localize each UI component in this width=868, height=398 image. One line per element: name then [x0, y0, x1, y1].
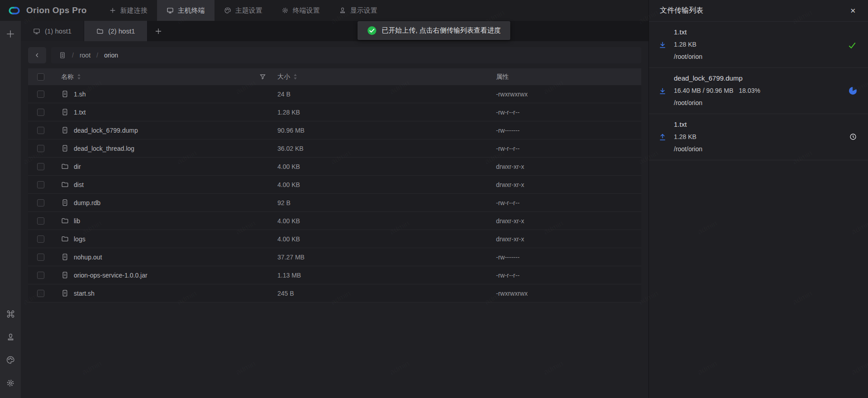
app-logo-icon: [7, 4, 21, 18]
file-attr: -rw-r--r--: [487, 199, 641, 206]
monitor-icon: [33, 28, 40, 35]
table-row[interactable]: nohup.out 37.27 MB -rw-------: [28, 248, 641, 266]
breadcrumb-segment-root[interactable]: root: [80, 52, 91, 59]
storage-icon: [59, 52, 66, 59]
file-size: 36.02 KB: [268, 145, 487, 152]
sort-carets-icon[interactable]: [293, 73, 297, 80]
file-attr: -rwxrwxrwx: [487, 91, 641, 98]
row-checkbox[interactable]: [37, 145, 44, 152]
close-icon[interactable]: ✕: [850, 7, 856, 14]
file-size: 245 B: [268, 290, 487, 297]
chevron-left-icon: [33, 52, 41, 59]
nav-item-label: 主机终端: [178, 6, 205, 15]
file-size: 24 B: [268, 91, 487, 98]
file-size: 1.28 KB: [268, 109, 487, 116]
nav-item-theme-settings[interactable]: 主题设置: [215, 0, 272, 21]
nav-item-terminal-settings[interactable]: 终端设置: [272, 0, 329, 21]
transfer-status: [849, 87, 857, 95]
plus-icon: [109, 7, 116, 14]
transfer-path: /root/orion: [674, 144, 845, 154]
file-icon: [61, 253, 69, 261]
table-row[interactable]: orion-ops-service-1.0.0.jar 1.13 MB -rw-…: [28, 266, 641, 284]
table-row[interactable]: logs 4.00 KB drwxr-xr-x: [28, 230, 641, 248]
folder-icon: [61, 217, 69, 225]
upload-toast: 已开始上传, 点击右侧传输列表查看进度: [358, 21, 510, 40]
select-all-checkbox[interactable]: [37, 73, 44, 81]
table-row[interactable]: lib 4.00 KB drwxr-xr-x: [28, 212, 641, 230]
sidebar-display-settings-button[interactable]: [4, 330, 17, 344]
sidebar-shortcut-button[interactable]: [4, 307, 17, 321]
table-row[interactable]: 1.sh 24 B -rwxrwxrwx: [28, 85, 641, 103]
row-checkbox[interactable]: [37, 181, 44, 188]
row-checkbox[interactable]: [37, 217, 44, 225]
row-checkbox[interactable]: [37, 235, 44, 243]
progress-pie-icon: [849, 87, 857, 95]
body-row: (1) host1 (2) host1: [0, 21, 649, 398]
folder-icon: [96, 28, 104, 35]
column-header-size[interactable]: 大小: [268, 73, 487, 81]
palette-icon: [224, 7, 231, 14]
table-row[interactable]: dead_lock_thread.log 36.02 KB -rw-r--r--: [28, 139, 641, 158]
table-row[interactable]: dir 4.00 KB drwxr-xr-x: [28, 158, 641, 176]
transfer-file-name: 1.txt: [674, 27, 845, 37]
row-checkbox[interactable]: [37, 272, 44, 279]
stamp-icon: [339, 7, 346, 14]
add-tab-button[interactable]: [148, 21, 169, 41]
file-icon: [61, 271, 69, 279]
sidebar-bottom-group: [4, 307, 17, 390]
tab-host1-terminal[interactable]: (1) host1: [21, 21, 84, 41]
filter-funnel-icon[interactable]: [259, 73, 266, 80]
top-navbar: Orion Ops Pro 新建连接 主机终端: [0, 0, 649, 21]
table-row[interactable]: dead_lock_6799.dump 90.96 MB -rw-------: [28, 121, 641, 139]
session-tabbar: (1) host1 (2) host1: [21, 21, 649, 41]
transfer-path: /root/orion: [674, 52, 845, 62]
nav-item-host-terminal[interactable]: 主机终端: [157, 0, 215, 21]
transfer-item: 1.txt 1.28 KB /root/orion: [649, 22, 868, 68]
row-checkbox[interactable]: [37, 109, 44, 116]
row-checkbox[interactable]: [37, 91, 44, 98]
file-icon: [61, 144, 69, 152]
plus-icon: [154, 27, 162, 35]
sidebar-settings-button[interactable]: [4, 376, 17, 390]
file-name: dead_lock_6799.dump: [74, 127, 138, 134]
file-icon: [61, 289, 69, 297]
file-icon: [61, 90, 69, 98]
breadcrumb-segment-orion[interactable]: orion: [104, 52, 118, 59]
sort-carets-icon[interactable]: [77, 73, 81, 80]
sidebar-new-tab-button[interactable]: [4, 27, 17, 41]
transfer-file-name: dead_lock_6799.dump: [674, 73, 845, 83]
nav-item-new-connection[interactable]: 新建连接: [100, 0, 157, 21]
left-sidebar: [0, 21, 21, 398]
transfer-path: /root/orion: [674, 98, 845, 108]
file-name: 1.sh: [74, 91, 86, 98]
file-name: logs: [74, 235, 86, 243]
file-attr: -rwxrwxrwx: [487, 290, 641, 297]
row-checkbox[interactable]: [37, 254, 44, 261]
plus-icon: [5, 29, 15, 39]
file-name: start.sh: [74, 290, 95, 297]
table-row[interactable]: 1.txt 1.28 KB -rw-r--r--: [28, 103, 641, 121]
column-header-name[interactable]: 名称: [53, 73, 268, 81]
file-manager-main: / root / orion 名称: [21, 41, 649, 398]
table-row[interactable]: dump.rdb 92 B -rw-r--r--: [28, 194, 641, 212]
column-header-label: 名称: [61, 73, 74, 81]
sidebar-theme-button[interactable]: [4, 353, 17, 367]
file-name: 1.txt: [74, 109, 86, 116]
back-button[interactable]: [28, 47, 46, 63]
file-size: 92 B: [268, 199, 487, 206]
nav-item-display-settings[interactable]: 显示设置: [329, 0, 387, 21]
row-checkbox[interactable]: [37, 127, 44, 134]
row-checkbox[interactable]: [37, 290, 44, 297]
file-size: 4.00 KB: [268, 163, 487, 170]
row-checkbox[interactable]: [37, 163, 44, 170]
upload-icon: [658, 133, 667, 141]
file-icon: [61, 126, 69, 134]
file-attr: -rw-r--r--: [487, 145, 641, 152]
table-row[interactable]: dist 4.00 KB drwxr-xr-x: [28, 176, 641, 194]
tab-host1-files[interactable]: (2) host1: [84, 21, 148, 41]
table-row[interactable]: start.sh 245 B -rwxrwxrwx: [28, 284, 641, 302]
nav-item-label: 新建连接: [120, 6, 148, 15]
file-table-header: 名称 大小: [28, 68, 641, 85]
row-checkbox[interactable]: [37, 199, 44, 206]
file-attr: drwxr-xr-x: [487, 181, 641, 188]
